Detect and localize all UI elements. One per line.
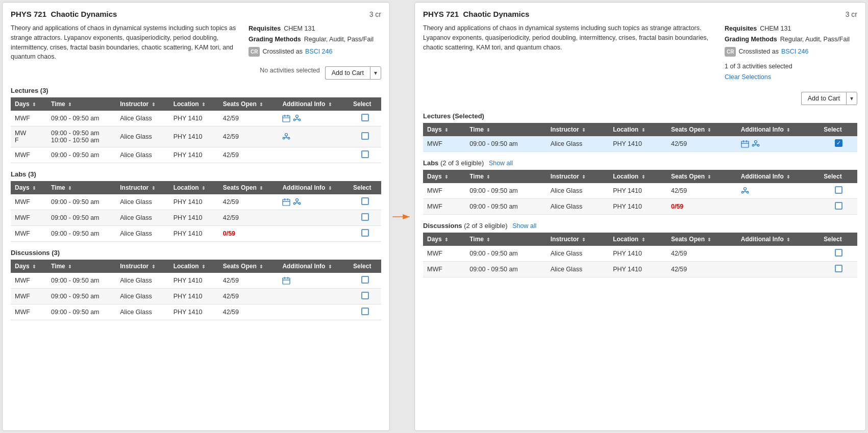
- right-lectures-col-location[interactable]: Location ⇕: [609, 123, 667, 136]
- right-crosslisted-label: Crosslisted as: [738, 46, 779, 57]
- right-labs-col-location[interactable]: Location ⇕: [609, 170, 667, 183]
- row-seats: 42/59: [667, 136, 737, 152]
- row-additional-info: [278, 210, 349, 225]
- select-checkbox[interactable]: [361, 114, 369, 121]
- right-lectures-col-days[interactable]: Days ⇕: [423, 123, 465, 136]
- select-checkbox[interactable]: [361, 132, 369, 140]
- left-discussions-col-days[interactable]: Days ⇕: [11, 260, 47, 273]
- select-checkbox[interactable]: [361, 197, 369, 205]
- right-discussions-col-days[interactable]: Days ⇕: [423, 233, 465, 246]
- row-select[interactable]: [349, 126, 381, 147]
- row-select[interactable]: [349, 210, 381, 225]
- select-checkbox[interactable]: [361, 213, 369, 221]
- right-meta: Requisites CHEM 131 Grading Methods Regu…: [725, 23, 857, 105]
- person-icon[interactable]: [282, 133, 290, 141]
- right-labs-col-days[interactable]: Days ⇕: [423, 170, 465, 183]
- right-lectures-col-select: Select: [820, 123, 857, 136]
- right-clear-selections[interactable]: Clear Selections: [725, 72, 857, 83]
- left-labs-col-instructor[interactable]: Instructor ⇕: [116, 181, 169, 194]
- right-lectures-col-time[interactable]: Time ⇕: [465, 123, 547, 136]
- left-lectures-heading: Lectures (3): [11, 87, 381, 94]
- row-select[interactable]: [349, 288, 381, 304]
- row-seats: 42/59: [667, 246, 737, 262]
- left-labs-col-location[interactable]: Location ⇕: [169, 181, 219, 194]
- left-labs-heading: Labs (3): [11, 170, 381, 178]
- left-discussions-col-instructor[interactable]: Instructor ⇕: [116, 260, 169, 273]
- right-discussions-col-location[interactable]: Location ⇕: [609, 233, 667, 246]
- left-crosslisted-link[interactable]: BSCI 246: [305, 46, 333, 57]
- row-select[interactable]: [820, 183, 857, 199]
- right-lectures-col-seats[interactable]: Seats Open ⇕: [667, 123, 737, 136]
- person-icon[interactable]: [741, 187, 749, 195]
- left-labs-col-time[interactable]: Time ⇕: [47, 181, 116, 194]
- row-select[interactable]: [820, 136, 857, 152]
- left-lectures-col-location[interactable]: Location ⇕: [169, 97, 219, 111]
- right-discussions-col-time[interactable]: Time ⇕: [465, 233, 547, 246]
- row-select[interactable]: [349, 304, 381, 320]
- left-lectures-col-instructor[interactable]: Instructor ⇕: [116, 97, 169, 111]
- right-lectures-col-info[interactable]: Additional Info ⇕: [737, 123, 820, 136]
- right-crosslisted-link[interactable]: BSCI 246: [781, 46, 809, 57]
- right-discussions-col-seats[interactable]: Seats Open ⇕: [667, 233, 737, 246]
- right-add-to-cart-button[interactable]: Add to Cart: [801, 92, 846, 105]
- select-checkbox[interactable]: [361, 308, 369, 315]
- left-discussions-col-time[interactable]: Time ⇕: [47, 260, 116, 273]
- calendar-icon[interactable]: [741, 140, 749, 148]
- left-add-to-cart-button[interactable]: Add to Cart: [325, 66, 370, 80]
- left-labs-col-info[interactable]: Additional Info ⇕: [278, 181, 349, 194]
- select-checkbox[interactable]: [835, 139, 842, 147]
- left-discussions-col-info[interactable]: Additional Info ⇕: [278, 260, 349, 273]
- left-lectures-col-select: Select: [349, 97, 381, 111]
- left-discussions-col-seats[interactable]: Seats Open ⇕: [219, 260, 279, 273]
- row-select[interactable]: [349, 225, 381, 241]
- left-lectures-col-info[interactable]: Additional Info ⇕: [278, 97, 349, 111]
- right-discussions-eligible: (2 of 3 eligible): [464, 222, 507, 230]
- select-checkbox[interactable]: [835, 265, 842, 272]
- row-select[interactable]: [820, 199, 857, 215]
- left-labs-col-seats[interactable]: Seats Open ⇕: [219, 181, 279, 194]
- select-checkbox[interactable]: [361, 276, 369, 284]
- select-checkbox[interactable]: [835, 202, 842, 210]
- row-select[interactable]: [349, 147, 381, 163]
- row-select[interactable]: [820, 262, 857, 277]
- row-time: 09:00 - 09:50 am: [47, 194, 116, 210]
- right-lectures-col-instructor[interactable]: Instructor ⇕: [547, 123, 609, 136]
- select-checkbox[interactable]: [361, 229, 369, 237]
- table-row: MWF09:00 - 09:50 amAlice GlassPHY 141042…: [11, 304, 381, 320]
- calendar-icon[interactable]: [282, 276, 290, 285]
- calendar-icon[interactable]: [282, 114, 290, 122]
- row-select[interactable]: [349, 111, 381, 126]
- person-icon[interactable]: [293, 114, 301, 122]
- left-labs-col-days[interactable]: Days ⇕: [11, 181, 47, 194]
- left-lectures-col-time[interactable]: Time ⇕: [47, 97, 116, 111]
- person-icon[interactable]: [293, 198, 301, 206]
- row-location: PHY 1410: [169, 147, 219, 163]
- right-labs-col-instructor[interactable]: Instructor ⇕: [547, 170, 609, 183]
- right-labs-col-info[interactable]: Additional Info ⇕: [737, 170, 820, 183]
- select-checkbox[interactable]: [835, 249, 842, 257]
- left-cart-dropdown-button[interactable]: ▾: [370, 66, 381, 80]
- left-panel-header: PHYS 721 Chaotic Dynamics 3 cr: [11, 10, 381, 18]
- row-select[interactable]: [349, 194, 381, 210]
- select-checkbox[interactable]: [361, 150, 369, 158]
- person-icon[interactable]: [752, 140, 760, 148]
- right-labs-col-time[interactable]: Time ⇕: [465, 170, 547, 183]
- row-days: MWF: [11, 126, 47, 147]
- select-checkbox[interactable]: [361, 292, 369, 299]
- right-labs-show-all[interactable]: Show all: [489, 160, 513, 167]
- row-days: MWF: [11, 210, 47, 225]
- right-discussions-col-info[interactable]: Additional Info ⇕: [737, 233, 820, 246]
- row-select[interactable]: [820, 246, 857, 262]
- row-select[interactable]: [349, 273, 381, 289]
- right-labs-col-seats[interactable]: Seats Open ⇕: [667, 170, 737, 183]
- left-lectures-col-days[interactable]: Days ⇕: [11, 97, 47, 111]
- calendar-icon[interactable]: [282, 198, 290, 206]
- right-discussions-show-all[interactable]: Show all: [512, 222, 536, 230]
- left-discussions-col-location[interactable]: Location ⇕: [169, 260, 219, 273]
- left-panel: PHYS 721 Chaotic Dynamics 3 cr Theory an…: [2, 2, 390, 431]
- right-discussions-col-instructor[interactable]: Instructor ⇕: [547, 233, 609, 246]
- select-checkbox[interactable]: [835, 186, 842, 194]
- right-cart-dropdown-button[interactable]: ▾: [846, 92, 857, 105]
- row-time: 09:00 - 09:50 am: [465, 199, 547, 215]
- left-lectures-col-seats[interactable]: Seats Open ⇕: [219, 97, 279, 111]
